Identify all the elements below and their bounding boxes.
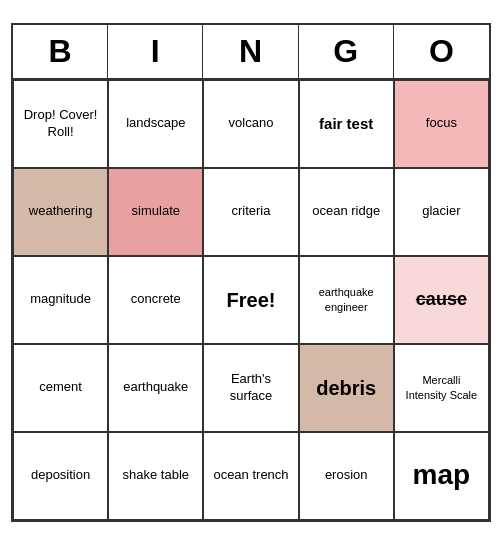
bingo-header: BINGO [13,25,489,80]
bingo-cell-17[interactable]: Earth's surface [203,344,298,432]
bingo-letter-o: O [394,25,489,78]
cell-text-18: debris [316,375,376,401]
cell-text-13: earthquake engineer [306,285,387,314]
cell-text-20: deposition [31,467,90,484]
bingo-cell-13[interactable]: earthquake engineer [299,256,394,344]
bingo-cell-22[interactable]: ocean trench [203,432,298,520]
bingo-cell-15[interactable]: cement [13,344,108,432]
bingo-cell-14[interactable]: cause [394,256,489,344]
bingo-cell-7[interactable]: criteria [203,168,298,256]
bingo-cell-4[interactable]: focus [394,80,489,168]
bingo-cell-2[interactable]: volcano [203,80,298,168]
bingo-cell-21[interactable]: shake table [108,432,203,520]
cell-text-5: weathering [29,203,93,220]
cell-text-4: focus [426,115,457,132]
bingo-letter-i: I [108,25,203,78]
bingo-cell-19[interactable]: Mercalli Intensity Scale [394,344,489,432]
bingo-cell-6[interactable]: simulate [108,168,203,256]
cell-text-3: fair test [319,114,373,134]
bingo-cell-5[interactable]: weathering [13,168,108,256]
bingo-cell-3[interactable]: fair test [299,80,394,168]
bingo-cell-23[interactable]: erosion [299,432,394,520]
cell-text-6: simulate [132,203,180,220]
bingo-cell-10[interactable]: magnitude [13,256,108,344]
bingo-cell-1[interactable]: landscape [108,80,203,168]
cell-text-10: magnitude [30,291,91,308]
bingo-card: BINGO Drop! Cover! Roll!landscapevolcano… [11,23,491,522]
bingo-cell-20[interactable]: deposition [13,432,108,520]
bingo-cell-18[interactable]: debris [299,344,394,432]
bingo-cell-8[interactable]: ocean ridge [299,168,394,256]
bingo-cell-24[interactable]: map [394,432,489,520]
cell-text-12: Free! [227,287,276,313]
bingo-cell-11[interactable]: concrete [108,256,203,344]
cell-text-14: cause [416,288,467,311]
bingo-cell-9[interactable]: glacier [394,168,489,256]
cell-text-17: Earth's surface [210,371,291,405]
cell-text-15: cement [39,379,82,396]
bingo-letter-g: G [299,25,394,78]
cell-text-21: shake table [123,467,190,484]
cell-text-22: ocean trench [213,467,288,484]
cell-text-8: ocean ridge [312,203,380,220]
cell-text-16: earthquake [123,379,188,396]
cell-text-1: landscape [126,115,185,132]
cell-text-24: map [413,457,471,493]
bingo-grid: Drop! Cover! Roll!landscapevolcanofair t… [13,80,489,520]
bingo-cell-12[interactable]: Free! [203,256,298,344]
cell-text-7: criteria [231,203,270,220]
cell-text-19: Mercalli Intensity Scale [401,373,482,402]
cell-text-11: concrete [131,291,181,308]
bingo-cell-16[interactable]: earthquake [108,344,203,432]
cell-text-2: volcano [229,115,274,132]
cell-text-23: erosion [325,467,368,484]
cell-text-0: Drop! Cover! Roll! [20,107,101,141]
cell-text-9: glacier [422,203,460,220]
bingo-letter-n: N [203,25,298,78]
bingo-letter-b: B [13,25,108,78]
bingo-cell-0[interactable]: Drop! Cover! Roll! [13,80,108,168]
